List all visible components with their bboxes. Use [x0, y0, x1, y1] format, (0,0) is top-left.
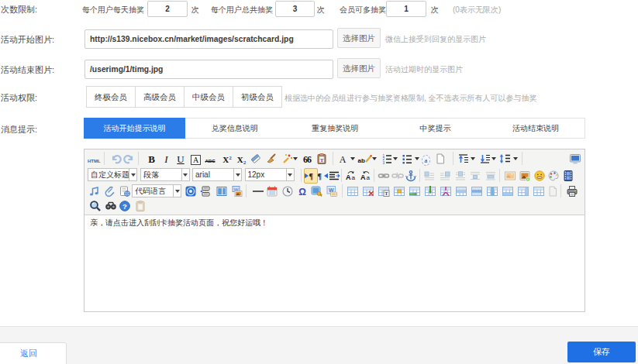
svg-text:?: ? — [122, 202, 127, 211]
svg-text:A: A — [360, 173, 366, 181]
svg-text:T: T — [319, 157, 323, 163]
svg-text:A: A — [346, 173, 351, 181]
svg-text:a: a — [366, 174, 370, 181]
svg-text:¶: ¶ — [309, 172, 313, 180]
svg-text:3: 3 — [383, 161, 385, 165]
svg-text:a: a — [351, 174, 355, 181]
svg-text:T: T — [385, 191, 388, 196]
svg-text:¶: ¶ — [317, 172, 321, 180]
